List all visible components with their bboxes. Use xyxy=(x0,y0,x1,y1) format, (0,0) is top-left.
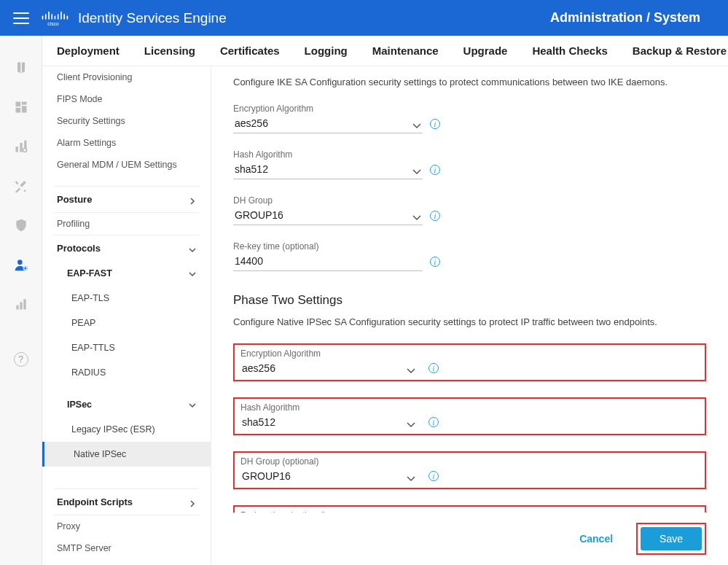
field-label: Hash Algorithm xyxy=(240,402,417,413)
p1-encryption-field[interactable]: Encryption Algorithm aes256 i xyxy=(233,104,423,133)
field-value: 14400 xyxy=(235,255,421,267)
tab-licensing[interactable]: Licensing xyxy=(144,44,195,57)
rail-shield-icon[interactable] xyxy=(12,217,30,234)
tab-logging[interactable]: Logging xyxy=(305,44,348,57)
info-icon[interactable]: i xyxy=(430,257,440,267)
form-footer: Cancel Save xyxy=(211,513,728,565)
sidebar-item-security-settings[interactable]: Security Settings xyxy=(42,110,211,132)
chevron-down-icon xyxy=(189,245,196,252)
top-tabs: Deployment Licensing Certificates Loggin… xyxy=(42,36,728,66)
tab-deployment[interactable]: Deployment xyxy=(57,44,120,57)
rail-reports-icon[interactable] xyxy=(12,295,30,313)
tab-certificates[interactable]: Certificates xyxy=(220,44,280,57)
svg-point-20 xyxy=(24,268,26,270)
chevron-down-icon xyxy=(189,401,196,408)
svg-rect-13 xyxy=(15,108,20,113)
field-value: aes256 xyxy=(235,117,412,129)
p2-dh-group-field[interactable]: DH Group (optional) GROUP16 i xyxy=(240,456,417,486)
field-value: aes256 xyxy=(242,362,407,374)
tab-upgrade[interactable]: Upgrade xyxy=(463,44,508,57)
sidebar-item-radius[interactable]: RADIUS xyxy=(42,360,211,385)
sidebar-item-proxy[interactable]: Proxy xyxy=(42,515,211,537)
svg-text:cisco: cisco xyxy=(47,21,59,26)
sidebar-item-endpoint-scripts[interactable]: Endpoint Scripts xyxy=(42,489,211,515)
rail-dashboard-icon[interactable] xyxy=(12,98,30,116)
svg-point-18 xyxy=(17,260,23,265)
info-icon[interactable]: i xyxy=(430,165,440,175)
info-icon[interactable]: i xyxy=(428,417,439,427)
svg-rect-11 xyxy=(21,102,26,105)
field-label: Re-key time (optional) xyxy=(233,241,423,252)
field-label: DH Group xyxy=(233,195,423,206)
sidebar-item-client-provisioning[interactable]: Client Provisioning xyxy=(42,66,211,88)
field-value: sha512 xyxy=(242,416,407,428)
sidebar-item-alarm-settings[interactable]: Alarm Settings xyxy=(42,132,211,154)
breadcrumb: Administration / System xyxy=(550,10,700,26)
sidebar-item-fips-mode[interactable]: FIPS Mode xyxy=(42,88,211,110)
phase1-description: Configure IKE SA Configuration security … xyxy=(233,77,706,87)
sidebar-item-legacy-ipsec[interactable]: Legacy IPSec (ESR) xyxy=(42,417,211,442)
info-icon[interactable]: i xyxy=(428,363,439,373)
rail-graph-icon[interactable] xyxy=(12,138,30,155)
rail-bookmark-icon[interactable] xyxy=(12,59,30,77)
phase2-description: Configure Native IPSec SA Configuration … xyxy=(233,316,706,327)
app-title: Identity Services Engine xyxy=(78,10,227,26)
chevron-down-icon xyxy=(407,473,415,479)
highlight-box: Encryption Algorithm aes256 i xyxy=(233,343,706,381)
svg-rect-23 xyxy=(23,299,26,309)
field-value: sha512 xyxy=(235,163,412,175)
sidebar-item-label: Protocols xyxy=(57,243,101,254)
p1-hash-field[interactable]: Hash Algorithm sha512 i xyxy=(233,149,423,179)
chevron-right-icon xyxy=(189,499,196,506)
svg-rect-15 xyxy=(20,143,22,152)
sidebar-item-smtp-server[interactable]: SMTP Server xyxy=(42,537,211,559)
sidebar-item-profiling[interactable]: Profiling xyxy=(42,213,211,235)
p1-dh-group-field[interactable]: DH Group GROUP16 i xyxy=(233,195,423,225)
rail-admin-icon[interactable] xyxy=(12,256,30,273)
highlight-box: Save xyxy=(636,523,706,555)
rail-help-icon[interactable]: ? xyxy=(14,352,28,367)
p1-rekey-field[interactable]: Re-key time (optional) 14400 i xyxy=(233,241,423,271)
chevron-down-icon xyxy=(412,166,421,172)
sidebar-item-eap-fast[interactable]: EAP-FAST xyxy=(42,261,211,286)
tab-maintenance[interactable]: Maintenance xyxy=(372,44,439,57)
highlight-box: Hash Algorithm sha512 i xyxy=(233,397,706,435)
sidebar-item-general-mdm[interactable]: General MDM / UEM Settings xyxy=(42,154,211,176)
info-icon[interactable]: i xyxy=(430,119,440,129)
field-value: GROUP16 xyxy=(242,470,407,482)
p2-hash-field[interactable]: Hash Algorithm sha512 i xyxy=(240,402,417,432)
top-bar: cisco Identity Services Engine Administr… xyxy=(0,0,728,36)
sidebar-item-label: Endpoint Scripts xyxy=(57,496,133,507)
form-panel: Configure IKE SA Configuration security … xyxy=(211,66,728,565)
chevron-down-icon xyxy=(407,365,415,371)
cancel-button[interactable]: Cancel xyxy=(569,527,623,550)
tab-health-checks[interactable]: Health Checks xyxy=(532,44,607,57)
sidebar-item-label: IPSec xyxy=(67,400,92,410)
tab-backup-restore[interactable]: Backup & Restore xyxy=(633,44,727,57)
info-icon[interactable]: i xyxy=(428,471,439,481)
field-value: GROUP16 xyxy=(235,209,412,221)
sidebar-item-eap-ttls[interactable]: EAP-TTLS xyxy=(42,335,211,360)
svg-point-17 xyxy=(23,149,26,152)
hamburger-icon[interactable] xyxy=(13,12,29,24)
sidebar-item-posture[interactable]: Posture xyxy=(42,187,211,212)
sidebar-item-ipsec[interactable]: IPSec xyxy=(42,392,211,417)
field-label: Hash Algorithm xyxy=(233,149,423,160)
sidebar-item-native-ipsec[interactable]: Native IPSec xyxy=(42,442,211,467)
rail-tools-icon[interactable] xyxy=(12,177,30,195)
chevron-right-icon xyxy=(189,196,196,203)
save-button[interactable]: Save xyxy=(641,527,702,550)
highlight-box: DH Group (optional) GROUP16 i xyxy=(233,451,706,489)
info-icon[interactable]: i xyxy=(430,211,440,221)
chevron-down-icon xyxy=(412,212,421,218)
p2-encryption-field[interactable]: Encryption Algorithm aes256 i xyxy=(240,348,417,378)
svg-rect-12 xyxy=(21,106,26,112)
chevron-down-icon xyxy=(412,120,421,126)
sidebar-item-eap-tls[interactable]: EAP-TLS xyxy=(42,286,211,311)
sidebar-item-protocols[interactable]: Protocols xyxy=(42,235,211,261)
sidebar-item-peap[interactable]: PEAP xyxy=(42,311,211,335)
field-label: Encryption Algorithm xyxy=(240,348,417,359)
field-label: DH Group (optional) xyxy=(240,456,417,467)
svg-rect-10 xyxy=(15,102,20,107)
sidebar-item-label: Posture xyxy=(57,194,92,205)
